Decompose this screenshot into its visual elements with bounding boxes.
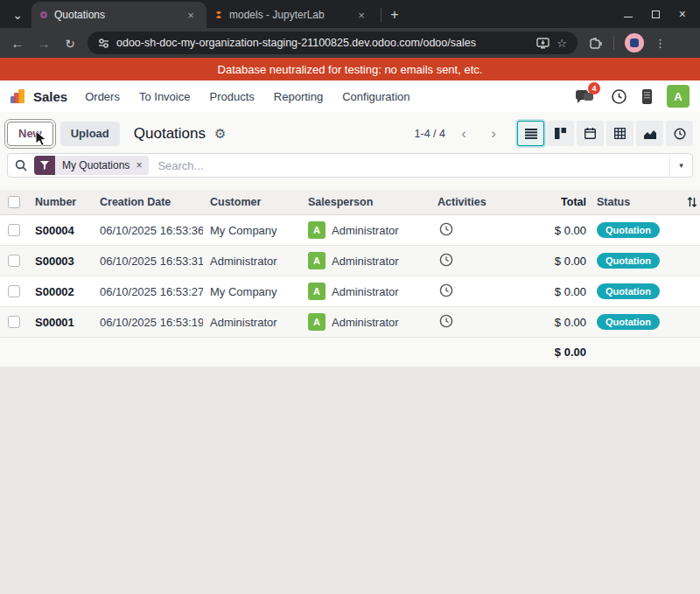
salesperson-name: Administrator (332, 255, 399, 268)
close-tab-icon[interactable] (184, 8, 198, 22)
mobile-icon[interactable] (641, 88, 653, 105)
row-checkbox[interactable] (0, 316, 28, 328)
col-number[interactable]: Number (28, 196, 93, 208)
table-row[interactable]: S00003 06/10/2025 16:53:31 Administrator… (0, 246, 700, 276)
salesperson-name: Administrator (332, 224, 399, 237)
row-number: S00004 (28, 224, 93, 237)
optional-columns-button[interactable] (684, 197, 700, 207)
col-salesperson[interactable]: Salesperson (301, 196, 430, 208)
gear-icon[interactable] (214, 126, 226, 142)
browser-tab-strip: Quotations models - JupyterLab (0, 0, 700, 28)
tab-quotations[interactable]: Quotations (32, 2, 206, 28)
menu-orders[interactable]: Orders (85, 90, 120, 103)
calendar-view-button[interactable] (577, 121, 604, 146)
close-window-icon[interactable] (679, 10, 686, 18)
close-tab-icon[interactable] (354, 8, 368, 22)
app-name[interactable]: Sales (33, 89, 67, 104)
bookmark-star-icon[interactable] (556, 37, 567, 50)
list-view-button[interactable] (517, 121, 544, 146)
activities-clock-icon[interactable] (611, 88, 627, 105)
search-dropdown-caret-icon[interactable] (669, 154, 692, 177)
maximize-icon[interactable] (652, 10, 660, 18)
col-status[interactable]: Status (588, 196, 684, 208)
tab-title: Quotations (54, 9, 177, 21)
row-total: $ 0.00 (518, 316, 588, 329)
minimize-icon[interactable] (624, 17, 633, 17)
install-app-icon[interactable] (536, 38, 550, 49)
window-controls (610, 0, 700, 28)
activity-view-button[interactable] (666, 121, 693, 146)
pager-next-icon[interactable] (482, 122, 505, 145)
menu-reporting[interactable]: Reporting (274, 90, 323, 103)
tab-title: models - JupyterLab (229, 9, 347, 21)
menu-to-invoice[interactable]: To Invoice (139, 90, 191, 103)
url-text: odoo-sh-doc-my-organization-staging-2110… (116, 37, 529, 49)
row-customer: Administrator (203, 316, 301, 329)
row-activities[interactable] (430, 253, 518, 269)
toolbar-separator (613, 36, 614, 50)
upload-button[interactable]: Upload (60, 122, 120, 146)
menu-configuration[interactable]: Configuration (342, 90, 410, 103)
row-checkbox[interactable] (0, 224, 28, 236)
user-avatar[interactable]: A (667, 85, 690, 108)
activity-clock-icon (674, 128, 686, 140)
table-row[interactable]: S00001 06/10/2025 16:53:19 Administrator… (0, 307, 700, 338)
remove-filter-icon[interactable] (136, 159, 142, 171)
row-checkbox[interactable] (0, 255, 28, 267)
salesperson-avatar: A (308, 313, 326, 331)
quotations-list: Number Creation Date Customer Salesperso… (0, 190, 700, 367)
row-customer: My Company (203, 224, 301, 237)
back-icon[interactable] (9, 36, 26, 51)
new-tab-button[interactable] (385, 5, 404, 24)
graph-view-button[interactable] (636, 121, 663, 146)
col-customer[interactable]: Customer (203, 196, 301, 208)
row-creation-date: 06/10/2025 16:53:27 (93, 285, 203, 298)
browser-profile-avatar[interactable] (625, 33, 644, 52)
row-activities[interactable] (430, 283, 518, 300)
select-all-checkbox[interactable] (0, 196, 28, 208)
forward-icon[interactable] (35, 36, 52, 51)
kanban-view-button[interactable] (547, 121, 574, 146)
row-checkbox[interactable] (0, 285, 28, 297)
activity-clock-icon (439, 283, 453, 297)
search-bar[interactable]: My Quotations (7, 153, 693, 178)
filter-funnel-icon (34, 156, 55, 175)
search-input[interactable] (158, 159, 669, 172)
row-customer: Administrator (203, 255, 301, 268)
pager-text: 1-4 / 4 (415, 128, 445, 140)
table-row[interactable]: S00002 06/10/2025 16:53:27 My Company A … (0, 276, 700, 307)
salesperson-name: Administrator (332, 285, 399, 298)
col-activities[interactable]: Activities (430, 196, 518, 208)
message-count-badge: 4 (588, 82, 600, 94)
menu-products[interactable]: Products (209, 90, 254, 103)
footer-total: $ 0.00 (518, 346, 588, 359)
filter-facet-my-quotations[interactable]: My Quotations (34, 156, 149, 175)
reload-icon[interactable] (61, 36, 79, 51)
row-activities[interactable] (430, 222, 518, 239)
tab-search-icon[interactable] (7, 4, 28, 25)
browser-menu-icon[interactable] (654, 37, 666, 50)
col-total[interactable]: Total (518, 196, 588, 208)
extensions-icon[interactable] (590, 37, 603, 50)
row-activities[interactable] (430, 314, 518, 331)
table-row[interactable]: S00004 06/10/2025 16:53:36 My Company A … (0, 215, 700, 246)
activity-clock-icon (439, 314, 453, 328)
odoo-navbar: Sales Orders To Invoice Products Reporti… (0, 80, 700, 112)
salesperson-avatar: A (308, 283, 326, 300)
url-bar[interactable]: odoo-sh-doc-my-organization-staging-2110… (88, 31, 578, 54)
salesperson-avatar: A (308, 221, 326, 239)
sales-app-icon[interactable] (10, 89, 24, 103)
messages-icon[interactable]: 4 (576, 87, 597, 105)
row-status: Quotation (588, 222, 684, 238)
salesperson-avatar: A (308, 252, 326, 269)
mouse-cursor-icon (35, 131, 48, 147)
kanban-icon (555, 128, 566, 139)
site-info-icon[interactable] (98, 38, 109, 49)
tab-jupyterlab[interactable]: models - JupyterLab (206, 2, 377, 28)
empty-background (0, 367, 700, 594)
pivot-view-button[interactable] (606, 121, 634, 146)
pager-previous-icon[interactable] (452, 122, 475, 145)
browser-toolbar: odoo-sh-doc-my-organization-staging-2110… (0, 28, 700, 58)
col-creation-date[interactable]: Creation Date (93, 196, 203, 208)
search-row: My Quotations (0, 153, 700, 178)
